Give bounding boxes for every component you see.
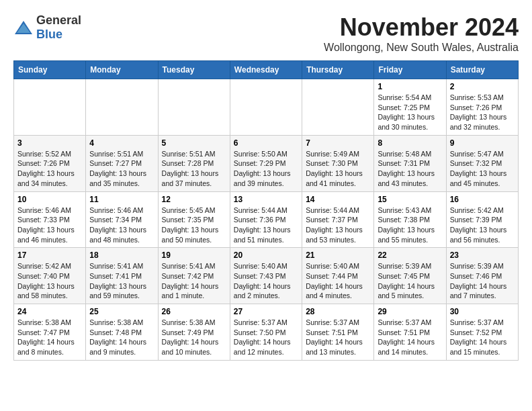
day-number: 24 xyxy=(17,307,82,316)
day-number: 4 xyxy=(89,138,154,148)
calendar-cell: 29Sunrise: 5:37 AM Sunset: 7:51 PM Dayli… xyxy=(374,304,446,361)
day-number: 27 xyxy=(234,307,298,316)
day-number: 23 xyxy=(450,250,515,260)
day-number: 2 xyxy=(450,82,515,91)
day-info: Sunrise: 5:49 AM Sunset: 7:30 PM Dayligh… xyxy=(306,149,370,189)
day-number: 9 xyxy=(450,138,515,148)
calendar-cell: 1Sunrise: 5:54 AM Sunset: 7:25 PM Daylig… xyxy=(374,79,446,136)
day-info: Sunrise: 5:38 AM Sunset: 7:47 PM Dayligh… xyxy=(17,318,82,357)
day-info: Sunrise: 5:44 AM Sunset: 7:37 PM Dayligh… xyxy=(306,205,370,245)
title-section: November 2024 Wollongong, New South Wale… xyxy=(324,13,519,54)
day-info: Sunrise: 5:46 AM Sunset: 7:34 PM Dayligh… xyxy=(89,205,154,245)
calendar-cell: 2Sunrise: 5:53 AM Sunset: 7:26 PM Daylig… xyxy=(446,79,518,136)
calendar-cell: 17Sunrise: 5:42 AM Sunset: 7:40 PM Dayli… xyxy=(14,248,86,304)
calendar-cell: 18Sunrise: 5:41 AM Sunset: 7:41 PM Dayli… xyxy=(86,248,158,304)
day-number: 5 xyxy=(162,138,226,148)
location-title: Wollongong, New South Wales, Australia xyxy=(324,42,519,54)
calendar-cell: 7Sunrise: 5:49 AM Sunset: 7:30 PM Daylig… xyxy=(302,135,374,191)
day-info: Sunrise: 5:37 AM Sunset: 7:50 PM Dayligh… xyxy=(234,318,298,357)
day-number: 3 xyxy=(17,138,82,148)
day-info: Sunrise: 5:40 AM Sunset: 7:43 PM Dayligh… xyxy=(234,261,298,301)
day-info: Sunrise: 5:42 AM Sunset: 7:40 PM Dayligh… xyxy=(17,261,82,301)
calendar-cell: 11Sunrise: 5:46 AM Sunset: 7:34 PM Dayli… xyxy=(86,191,158,248)
day-info: Sunrise: 5:44 AM Sunset: 7:36 PM Dayligh… xyxy=(234,205,298,245)
day-number: 14 xyxy=(306,195,370,204)
calendar-cell: 19Sunrise: 5:41 AM Sunset: 7:42 PM Dayli… xyxy=(158,248,230,304)
calendar-cell: 28Sunrise: 5:37 AM Sunset: 7:51 PM Dayli… xyxy=(302,304,374,361)
day-info: Sunrise: 5:48 AM Sunset: 7:31 PM Dayligh… xyxy=(378,149,442,189)
weekday-header-thursday: Thursday xyxy=(302,61,374,79)
calendar-cell: 13Sunrise: 5:44 AM Sunset: 7:36 PM Dayli… xyxy=(230,191,302,248)
day-number: 21 xyxy=(306,250,370,260)
calendar-cell xyxy=(158,79,230,136)
calendar-cell xyxy=(230,79,302,136)
calendar-table: SundayMondayTuesdayWednesdayThursdayFrid… xyxy=(13,60,519,361)
calendar-cell: 12Sunrise: 5:45 AM Sunset: 7:35 PM Dayli… xyxy=(158,191,230,248)
day-number: 17 xyxy=(17,250,82,260)
calendar-week-1: 1Sunrise: 5:54 AM Sunset: 7:25 PM Daylig… xyxy=(14,79,519,136)
day-info: Sunrise: 5:40 AM Sunset: 7:44 PM Dayligh… xyxy=(306,261,370,301)
day-info: Sunrise: 5:38 AM Sunset: 7:48 PM Dayligh… xyxy=(89,318,154,357)
logo-text: General Blue xyxy=(36,13,81,42)
calendar-cell xyxy=(14,79,86,136)
calendar-cell: 9Sunrise: 5:47 AM Sunset: 7:32 PM Daylig… xyxy=(446,135,518,191)
calendar-cell: 16Sunrise: 5:42 AM Sunset: 7:39 PM Dayli… xyxy=(446,191,518,248)
logo-blue: Blue xyxy=(36,28,62,41)
day-info: Sunrise: 5:50 AM Sunset: 7:29 PM Dayligh… xyxy=(234,149,298,189)
day-number: 18 xyxy=(89,250,154,260)
day-number: 7 xyxy=(306,138,370,148)
calendar-cell xyxy=(302,79,374,136)
calendar-cell: 25Sunrise: 5:38 AM Sunset: 7:48 PM Dayli… xyxy=(86,304,158,361)
calendar-cell: 5Sunrise: 5:51 AM Sunset: 7:28 PM Daylig… xyxy=(158,135,230,191)
day-info: Sunrise: 5:43 AM Sunset: 7:38 PM Dayligh… xyxy=(378,205,442,245)
calendar-cell: 20Sunrise: 5:40 AM Sunset: 7:43 PM Dayli… xyxy=(230,248,302,304)
calendar-cell: 21Sunrise: 5:40 AM Sunset: 7:44 PM Dayli… xyxy=(302,248,374,304)
day-number: 12 xyxy=(162,195,226,204)
weekday-header-friday: Friday xyxy=(374,61,446,79)
day-info: Sunrise: 5:37 AM Sunset: 7:51 PM Dayligh… xyxy=(378,318,442,357)
day-info: Sunrise: 5:39 AM Sunset: 7:45 PM Dayligh… xyxy=(378,261,442,301)
calendar-cell xyxy=(86,79,158,136)
weekday-header-saturday: Saturday xyxy=(446,61,518,79)
day-number: 25 xyxy=(89,307,154,316)
calendar-cell: 3Sunrise: 5:52 AM Sunset: 7:26 PM Daylig… xyxy=(14,135,86,191)
calendar-cell: 10Sunrise: 5:46 AM Sunset: 7:33 PM Dayli… xyxy=(14,191,86,248)
day-info: Sunrise: 5:37 AM Sunset: 7:52 PM Dayligh… xyxy=(450,318,515,357)
logo: General Blue xyxy=(13,13,81,42)
day-number: 20 xyxy=(234,250,298,260)
calendar-cell: 24Sunrise: 5:38 AM Sunset: 7:47 PM Dayli… xyxy=(14,304,86,361)
day-info: Sunrise: 5:47 AM Sunset: 7:32 PM Dayligh… xyxy=(450,149,515,189)
weekday-header-row: SundayMondayTuesdayWednesdayThursdayFrid… xyxy=(14,61,519,79)
day-number: 6 xyxy=(234,138,298,148)
calendar-cell: 22Sunrise: 5:39 AM Sunset: 7:45 PM Dayli… xyxy=(374,248,446,304)
day-number: 16 xyxy=(450,195,515,204)
day-number: 26 xyxy=(162,307,226,316)
day-number: 28 xyxy=(306,307,370,316)
day-info: Sunrise: 5:41 AM Sunset: 7:41 PM Dayligh… xyxy=(89,261,154,301)
day-number: 1 xyxy=(378,82,442,91)
calendar-cell: 8Sunrise: 5:48 AM Sunset: 7:31 PM Daylig… xyxy=(374,135,446,191)
calendar-cell: 6Sunrise: 5:50 AM Sunset: 7:29 PM Daylig… xyxy=(230,135,302,191)
calendar-cell: 14Sunrise: 5:44 AM Sunset: 7:37 PM Dayli… xyxy=(302,191,374,248)
calendar-cell: 4Sunrise: 5:51 AM Sunset: 7:27 PM Daylig… xyxy=(86,135,158,191)
day-number: 8 xyxy=(378,138,442,148)
month-title: November 2024 xyxy=(324,13,519,42)
day-info: Sunrise: 5:54 AM Sunset: 7:25 PM Dayligh… xyxy=(378,93,442,132)
day-info: Sunrise: 5:38 AM Sunset: 7:49 PM Dayligh… xyxy=(162,318,226,357)
day-info: Sunrise: 5:53 AM Sunset: 7:26 PM Dayligh… xyxy=(450,93,515,132)
calendar-cell: 30Sunrise: 5:37 AM Sunset: 7:52 PM Dayli… xyxy=(446,304,518,361)
weekday-header-wednesday: Wednesday xyxy=(230,61,302,79)
day-number: 30 xyxy=(450,307,515,316)
day-info: Sunrise: 5:51 AM Sunset: 7:28 PM Dayligh… xyxy=(162,149,226,189)
calendar-week-5: 24Sunrise: 5:38 AM Sunset: 7:47 PM Dayli… xyxy=(14,304,519,361)
day-info: Sunrise: 5:45 AM Sunset: 7:35 PM Dayligh… xyxy=(162,205,226,245)
calendar-cell: 26Sunrise: 5:38 AM Sunset: 7:49 PM Dayli… xyxy=(158,304,230,361)
weekday-header-monday: Monday xyxy=(86,61,158,79)
day-info: Sunrise: 5:52 AM Sunset: 7:26 PM Dayligh… xyxy=(17,149,82,189)
day-number: 15 xyxy=(378,195,442,204)
day-number: 10 xyxy=(17,195,82,204)
logo-general: General xyxy=(36,13,81,27)
calendar-week-4: 17Sunrise: 5:42 AM Sunset: 7:40 PM Dayli… xyxy=(14,248,519,304)
calendar-cell: 23Sunrise: 5:39 AM Sunset: 7:46 PM Dayli… xyxy=(446,248,518,304)
header: General Blue November 2024 Wollongong, N… xyxy=(13,13,519,54)
